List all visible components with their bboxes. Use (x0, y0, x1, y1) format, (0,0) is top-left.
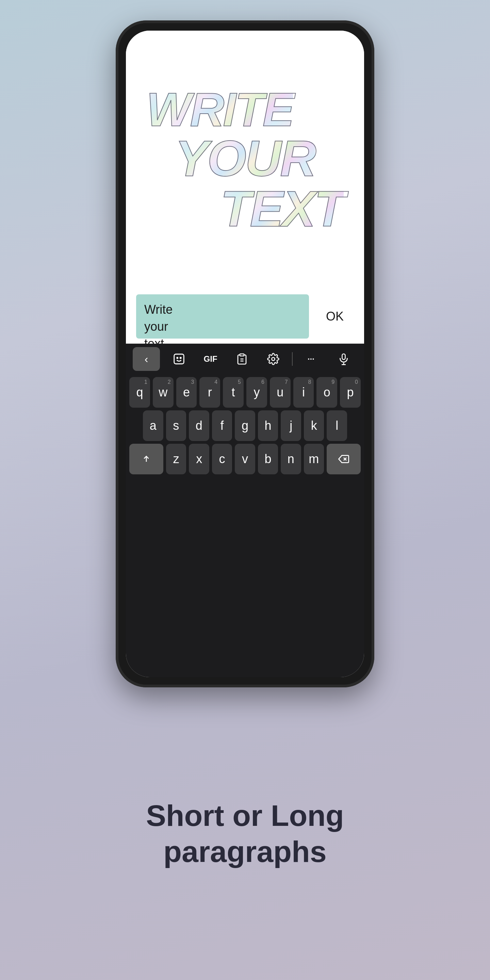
holo-text-art: WRITE YOUR TEXT (126, 30, 364, 289)
key-m[interactable]: m (304, 444, 324, 474)
more-label: ··· (308, 354, 314, 364)
key-r[interactable]: 4r (199, 377, 220, 408)
svg-point-1 (177, 357, 178, 358)
key-delete[interactable] (327, 444, 361, 474)
key-u[interactable]: 7u (270, 377, 291, 408)
emoji-button[interactable] (163, 347, 195, 371)
backspace-icon (338, 453, 349, 465)
phone-screen: WRITE YOUR TEXT Write your text OK ‹ (126, 30, 364, 677)
key-j[interactable]: j (281, 410, 301, 441)
clipboard-button[interactable] (226, 347, 258, 371)
key-a[interactable]: a (143, 410, 163, 441)
gif-label: GIF (204, 354, 218, 364)
caption-text: Short or Long paragraphs (146, 798, 344, 869)
key-o[interactable]: 9o (317, 377, 337, 408)
keyboard-area: 1q 2w 3e 4r 5t 6y 7u 8i 9o 0p a s (126, 374, 364, 677)
key-w[interactable]: 2w (153, 377, 173, 408)
phone-shell: WRITE YOUR TEXT Write your text OK ‹ (116, 21, 374, 687)
keyboard-back-button[interactable]: ‹ (133, 347, 160, 371)
emoji-icon (172, 353, 185, 366)
key-y[interactable]: 6y (247, 377, 267, 408)
keyboard-toolbar: ‹ GIF (126, 344, 364, 374)
shift-icon (141, 453, 152, 465)
key-b[interactable]: b (258, 444, 278, 474)
key-d[interactable]: d (189, 410, 209, 441)
mic-button[interactable] (330, 347, 357, 371)
app-content: WRITE YOUR TEXT Write your text OK ‹ (126, 30, 364, 677)
mic-icon (337, 353, 350, 365)
text-field[interactable]: Write your text (136, 294, 309, 339)
key-t[interactable]: 5t (223, 377, 243, 408)
key-i[interactable]: 8i (293, 377, 314, 408)
key-c[interactable]: c (212, 444, 232, 474)
ok-button[interactable]: OK (316, 302, 354, 331)
svg-point-2 (180, 357, 181, 358)
key-s[interactable]: s (166, 410, 186, 441)
toolbar-divider (292, 352, 293, 366)
clipboard-icon (236, 353, 248, 365)
canvas-area: WRITE YOUR TEXT (126, 30, 364, 289)
caption-area: Short or Long paragraphs (0, 687, 490, 980)
key-l[interactable]: l (327, 410, 347, 441)
holo-text-line-2: YOUR (175, 134, 315, 184)
key-n[interactable]: n (281, 444, 301, 474)
text-input-area: Write your text OK (126, 289, 364, 344)
gif-button[interactable]: GIF (195, 347, 226, 371)
key-f[interactable]: f (212, 410, 232, 441)
key-g[interactable]: g (235, 410, 255, 441)
holo-text-line-1: WRITE (146, 86, 293, 134)
key-z[interactable]: z (166, 444, 186, 474)
key-v[interactable]: v (235, 444, 255, 474)
keyboard-row-3: z x c v b n m (129, 444, 361, 474)
key-q[interactable]: 1q (129, 377, 150, 408)
svg-rect-0 (174, 354, 184, 364)
settings-button[interactable] (258, 347, 289, 371)
gear-icon (267, 353, 279, 365)
key-shift[interactable] (129, 444, 163, 474)
key-k[interactable]: k (304, 410, 324, 441)
holo-text-line-3: TEXT (221, 184, 344, 234)
key-x[interactable]: x (189, 444, 209, 474)
svg-rect-3 (240, 354, 244, 356)
more-button[interactable]: ··· (295, 347, 327, 371)
keyboard-row-2: a s d f g h j k l (129, 410, 361, 441)
svg-point-6 (272, 358, 275, 361)
key-h[interactable]: h (258, 410, 278, 441)
key-p[interactable]: 0p (340, 377, 361, 408)
svg-rect-7 (342, 354, 345, 360)
page-background: WRITE YOUR TEXT Write your text OK ‹ (0, 0, 490, 980)
keyboard-row-1: 1q 2w 3e 4r 5t 6y 7u 8i 9o 0p (129, 377, 361, 408)
key-e[interactable]: 3e (176, 377, 197, 408)
